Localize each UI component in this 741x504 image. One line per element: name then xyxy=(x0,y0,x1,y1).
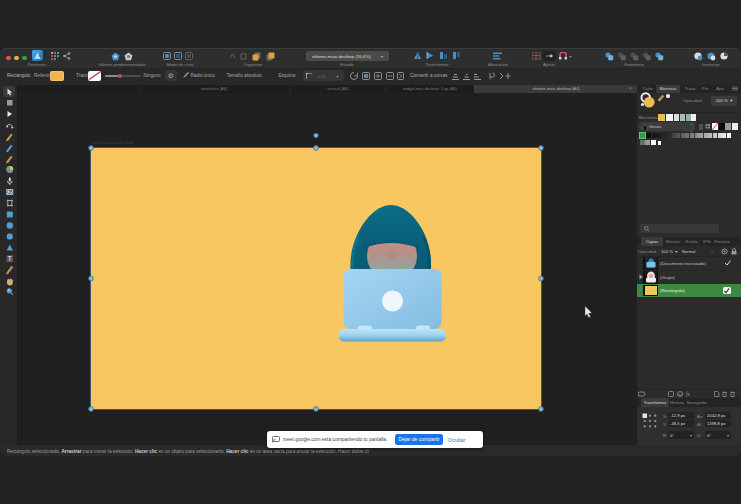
svg-text:T: T xyxy=(7,255,11,262)
svg-text:fx: fx xyxy=(686,391,691,397)
